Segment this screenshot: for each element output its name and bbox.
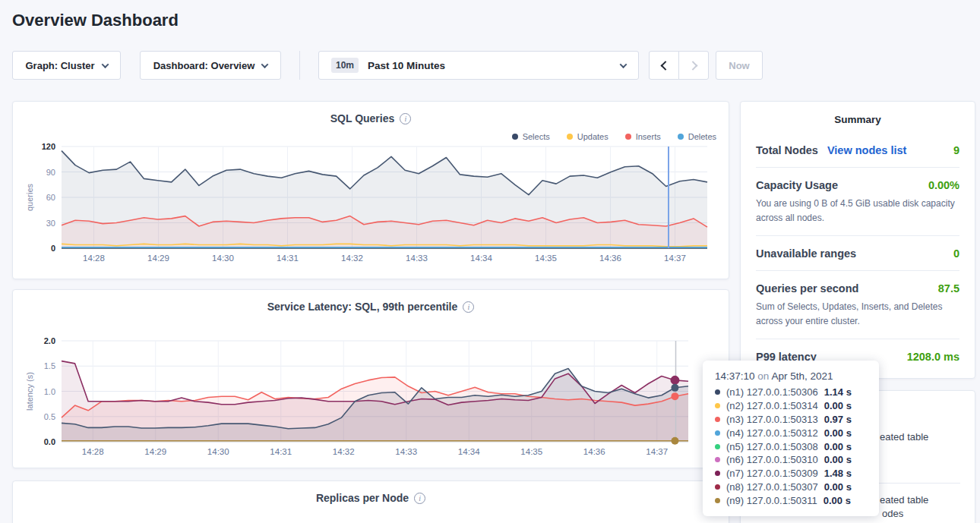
node-color-dot-icon [715,471,720,476]
info-icon[interactable]: i [463,301,474,313]
summary-item: Unavailable ranges0 [756,235,959,270]
chevron-left-icon [660,61,670,71]
legend-item-deletes[interactable]: Deletes [678,131,716,142]
svg-text:14:37: 14:37 [664,254,686,263]
svg-text:14:33: 14:33 [406,254,428,263]
events-divider [878,483,960,484]
tooltip-node-value: 0.00 s [824,495,851,506]
summary-item: Queries per second87.5Sum of Selects, Up… [756,270,959,339]
tooltip-node-row: (n9) 127.0.0.1:503110.00 s [715,493,867,507]
tooltip-node-value: 0.97 s [824,414,852,425]
legend-dot-icon [512,134,518,140]
node-color-dot-icon [715,389,720,395]
now-button[interactable]: Now [716,51,763,80]
tooltip-node-row: (n7) 127.0.0.1:503091.48 s [715,467,867,480]
dashboard-dropdown-label: Dashboard: Overview [153,60,255,71]
svg-text:14:30: 14:30 [207,447,229,456]
latency-title: Service Latency: SQL, 99th percentile [267,301,458,313]
node-color-dot-icon [715,417,720,422]
svg-text:14:36: 14:36 [599,254,621,263]
chart-hover-tooltip: 14:37:10 on Apr 5th, 2021 (n1) 127.0.0.1… [703,361,879,516]
tooltip-node-row: (n3) 127.0.0.1:503130.97 s [715,413,867,427]
tooltip-node-rows: (n1) 127.0.0.1:503061.14 s(n2) 127.0.0.1… [715,386,867,507]
time-back-button[interactable] [649,51,679,80]
latency-chart[interactable]: 0.00.51.01.52.014:2814:2914:3014:3114:32… [25,333,718,467]
info-icon[interactable]: i [400,113,411,124]
graph-dropdown[interactable]: Graph: Cluster [12,51,121,80]
summary-item-value: 1208.0 ms [907,351,959,363]
svg-text:14:34: 14:34 [458,447,480,456]
controls-divider [299,51,300,80]
summary-item: Total NodesView nodes list9 [756,133,959,167]
sql-queries-card: SQL Queries i SelectsUpdatesInsertsDelet… [12,101,729,279]
tooltip-node-label: (n8) 127.0.0.1:50307 [726,481,818,493]
time-forward-button[interactable] [678,51,709,80]
summary-item-label: Unavailable ranges [756,247,856,260]
svg-text:0.0: 0.0 [44,437,55,446]
summary-item: Capacity Usage0.00%You are using 0 B of … [756,167,959,235]
svg-text:14:31: 14:31 [270,447,292,456]
svg-text:14:32: 14:32 [341,254,363,263]
legend-item-selects[interactable]: Selects [512,131,550,142]
legend-label: Inserts [636,132,661,141]
sql-queries-chart[interactable]: 030609012014:2814:2914:3014:3114:3214:33… [25,142,718,271]
tooltip-node-row: (n1) 127.0.0.1:503061.14 s [715,386,867,399]
svg-text:2.0: 2.0 [44,336,55,345]
summary-items: Total NodesView nodes list9Capacity Usag… [756,133,959,373]
legend-item-inserts[interactable]: Inserts [625,131,661,142]
latency-card: Service Latency: SQL, 99th percentile i … [12,289,729,468]
svg-text:0.5: 0.5 [44,412,55,421]
svg-text:14:33: 14:33 [395,447,417,456]
summary-item-label: Queries per second [756,282,858,295]
event-item-text[interactable]: eated table [880,494,928,506]
info-icon[interactable]: i [414,493,425,504]
svg-text:14:37: 14:37 [646,447,668,456]
legend-item-updates[interactable]: Updates [567,131,609,142]
node-color-dot-icon [715,403,720,408]
tooltip-node-value: 0.00 s [824,454,852,465]
charts-column: SQL Queries i SelectsUpdatesInsertsDelet… [12,101,729,523]
event-item-text[interactable]: odes [882,508,903,519]
svg-text:1.0: 1.0 [44,387,55,396]
time-pager [649,51,709,80]
node-color-dot-icon [715,498,720,503]
tooltip-node-value: 0.00 s [824,441,852,452]
summary-item-value: 87.5 [938,282,959,295]
tooltip-node-value: 0.00 s [824,400,852,411]
node-color-dot-icon [715,457,720,462]
svg-text:14:35: 14:35 [520,447,542,456]
legend-label: Updates [577,132,609,141]
tooltip-node-row: (n4) 127.0.0.1:503120.00 s [715,426,867,440]
event-item-text[interactable]: eated table [880,431,928,443]
controls-bar: Graph: Cluster Dashboard: Overview 10m P… [12,51,980,80]
tooltip-node-row: (n2) 127.0.0.1:503140.00 s [715,399,867,413]
dashboard-dropdown[interactable]: Dashboard: Overview [140,51,281,80]
node-color-dot-icon [715,484,720,490]
svg-text:14:32: 14:32 [333,447,355,456]
svg-text:14:36: 14:36 [583,447,605,456]
svg-text:14:35: 14:35 [535,254,557,263]
tooltip-node-value: 0.00 s [824,481,852,493]
summary-item-label: Total Nodes [756,144,818,156]
svg-text:14:29: 14:29 [147,254,169,263]
tooltip-node-label: (n2) 127.0.0.1:50314 [726,400,818,411]
summary-card: Summary Total NodesView nodes list9Capac… [740,101,975,379]
svg-text:14:34: 14:34 [470,254,492,263]
sql-queries-title: SQL Queries [330,112,395,124]
summary-title: Summary [756,114,959,133]
summary-item-row: Queries per second87.5 [756,282,959,295]
svg-text:30: 30 [46,219,55,228]
tooltip-node-label: (n5) 127.0.0.1:50308 [726,441,818,452]
chevron-down-icon [101,61,109,68]
tooltip-node-row: (n6) 127.0.0.1:503100.00 s [715,453,867,467]
view-nodes-list-link[interactable]: View nodes list [827,144,907,156]
node-color-dot-icon [715,444,720,449]
time-range-selector[interactable]: 10m Past 10 Minutes [318,51,639,80]
node-color-dot-icon [715,430,720,436]
svg-text:14:29: 14:29 [144,447,166,456]
svg-text:0: 0 [51,244,55,253]
svg-text:1.5: 1.5 [44,361,55,370]
chevron-down-icon [261,61,269,68]
svg-text:14:28: 14:28 [82,447,104,456]
tooltip-node-label: (n4) 127.0.0.1:50312 [726,427,818,439]
